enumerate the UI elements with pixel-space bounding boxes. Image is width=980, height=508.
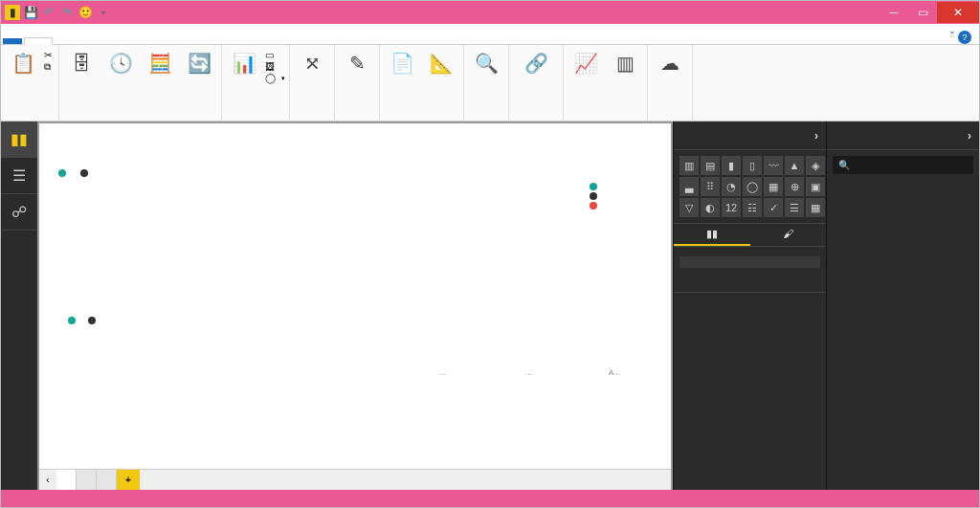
new-page-tab-button[interactable]: + <box>117 470 140 490</box>
minimize-button[interactable]: ─ <box>880 2 908 23</box>
search-icon: 🔍 <box>838 160 850 170</box>
viz-pie[interactable]: ◔ <box>722 177 741 196</box>
copy-icon: ⧉ <box>44 61 51 73</box>
ribbon-group-report <box>384 117 459 121</box>
fp-legend <box>58 315 99 324</box>
page-size-button[interactable]: 📐 <box>423 47 459 77</box>
ribbon-group-share <box>652 117 688 121</box>
stacked-bar-chart[interactable] <box>369 183 580 269</box>
manage-relationships-button[interactable]: 🔗 <box>513 47 559 77</box>
viz-clustered-col[interactable]: ▯ <box>743 156 762 175</box>
ethnicity-legend <box>590 181 600 210</box>
edit-interactions-button[interactable]: ✎ <box>339 47 375 77</box>
pie-chart-2[interactable] <box>508 315 556 363</box>
report-canvas[interactable]: ... ... A... <box>39 123 671 469</box>
refresh-button[interactable]: 🔄 <box>181 47 217 77</box>
pie-chart-3[interactable] <box>594 315 642 363</box>
ribbon-group-external <box>63 117 217 121</box>
viz-donut[interactable]: ◯ <box>743 177 762 196</box>
report-view-icon[interactable]: ▮▮ <box>1 121 37 158</box>
viz-multi-card[interactable]: ☷ <box>743 198 762 217</box>
feedback-smile-icon[interactable]: 🙂 <box>78 5 93 20</box>
save-icon[interactable]: 💾 <box>23 5 38 20</box>
page-tab[interactable] <box>56 470 77 490</box>
pie-chart-1[interactable] <box>422 315 470 363</box>
publish-button[interactable]: ☁ <box>652 47 688 77</box>
line-chart[interactable] <box>58 183 345 278</box>
viz-table[interactable]: ▦ <box>806 198 825 217</box>
viz-kpi[interactable]: ✓ <box>764 198 783 217</box>
shapes-button[interactable]: ◯▾ <box>265 73 285 83</box>
viz-map[interactable]: ⊕ <box>785 177 804 196</box>
fields-search-input[interactable]: 🔍 <box>833 156 973 174</box>
viz-gauge[interactable]: ◐ <box>701 198 720 217</box>
visualizations-panel: › ▥▤▮▯〰▲◈ ▃⠿◔◯▦⊕▣ ▽◐12☷✓☰▦ ▮▮ 🖌 <box>673 121 826 490</box>
viz-funnel[interactable]: ▽ <box>679 198 699 217</box>
close-button[interactable]: ✕ <box>937 2 979 23</box>
format-pane-tab[interactable]: 🖌 <box>750 224 827 246</box>
chevron-down-icon: ▾ <box>281 75 285 82</box>
new-visual-button[interactable]: 📊 <box>226 47 262 77</box>
maximize-button[interactable]: ▭ <box>908 2 937 23</box>
viz-combo[interactable]: ◈ <box>806 156 825 175</box>
ribbon-group-clipboard <box>5 117 55 121</box>
new-page-button[interactable]: 📄 <box>384 47 420 77</box>
arrange-button[interactable]: ⤧ <box>294 47 330 77</box>
collapse-ribbon-icon[interactable]: ˇ <box>950 31 954 44</box>
page-prev-icon[interactable]: ‹ <box>39 470 56 490</box>
home-tab[interactable] <box>24 37 53 45</box>
viz-picker: ▥▤▮▯〰▲◈ ▃⠿◔◯▦⊕▣ ▽◐12☷✓☰▦ <box>674 150 826 223</box>
values-dropzone[interactable] <box>679 256 820 268</box>
collapse-viz-icon[interactable]: › <box>814 129 818 143</box>
page-view-button[interactable]: 🔍 <box>468 47 504 77</box>
viz-line[interactable]: 〰 <box>764 156 783 175</box>
ribbon-tab-strip: ˇ ? <box>1 24 979 45</box>
ribbon: 📋 ✂ ⧉ 🗄 🕓 🧮 🔄 📊 ▭ 🖼 <box>1 45 979 121</box>
viz-clustered-bar[interactable]: ▤ <box>701 156 720 175</box>
ribbon-group-calc <box>568 117 643 121</box>
new-column-button[interactable]: ▥ <box>607 47 643 77</box>
status-bar <box>1 490 979 507</box>
viz-area[interactable]: ▲ <box>785 156 804 175</box>
image-icon: 🖼 <box>265 61 275 72</box>
viz-waterfall[interactable]: ▃ <box>679 177 699 196</box>
paste-button[interactable]: 📋 <box>5 47 41 77</box>
redo-icon[interactable]: ↷ <box>59 5 75 20</box>
data-view-icon[interactable]: ☰ <box>1 158 37 194</box>
viz-tree[interactable]: ▦ <box>764 177 783 196</box>
view-rail: ▮▮ ☰ ☍ <box>1 121 37 490</box>
viz-scatter[interactable]: ⠿ <box>701 177 720 196</box>
app-logo-icon: ▮ <box>5 5 20 20</box>
recent-sources-button[interactable]: 🕓 <box>102 47 139 77</box>
scissors-icon: ✂ <box>44 50 52 60</box>
viz-filled-map[interactable]: ▣ <box>806 177 825 196</box>
copy-button[interactable]: ⧉ <box>44 61 55 73</box>
title-bar: ▮ 💾 ↶ ↷ 🙂 ▾ ─ ▭ ✕ <box>1 1 979 24</box>
fp-bar-chart[interactable] <box>58 330 355 431</box>
cut-button[interactable]: ✂ <box>44 50 55 60</box>
help-icon[interactable]: ? <box>958 31 971 44</box>
collapse-fields-icon[interactable]: › <box>968 129 971 143</box>
ribbon-group-view <box>468 117 504 121</box>
fields-pane-tab[interactable]: ▮▮ <box>674 224 750 246</box>
page-tabs: ‹ + <box>39 469 671 490</box>
main-legend <box>58 167 91 177</box>
image-button[interactable]: 🖼 <box>265 61 285 72</box>
fields-panel: › 🔍 <box>826 121 979 490</box>
get-data-button[interactable]: 🗄 <box>63 47 100 77</box>
file-tab[interactable] <box>3 38 22 44</box>
ribbon-group-arrange <box>294 117 330 121</box>
model-view-icon[interactable]: ☍ <box>1 194 37 231</box>
viz-stacked-col[interactable]: ▮ <box>722 156 741 175</box>
undo-icon[interactable]: ↶ <box>41 5 56 20</box>
edit-queries-button[interactable]: 🧮 <box>142 47 178 77</box>
ribbon-group-insert <box>226 117 285 121</box>
textbox-button[interactable]: ▭ <box>265 50 285 60</box>
new-measure-button[interactable]: 📈 <box>568 47 604 77</box>
viz-card[interactable]: 12 <box>722 198 741 217</box>
page-tab[interactable] <box>77 470 97 490</box>
qat-dropdown-icon[interactable]: ▾ <box>96 5 111 20</box>
viz-slicer[interactable]: ☰ <box>785 198 804 217</box>
viz-stacked-bar[interactable]: ▥ <box>679 156 699 175</box>
page-tab[interactable] <box>97 470 117 490</box>
